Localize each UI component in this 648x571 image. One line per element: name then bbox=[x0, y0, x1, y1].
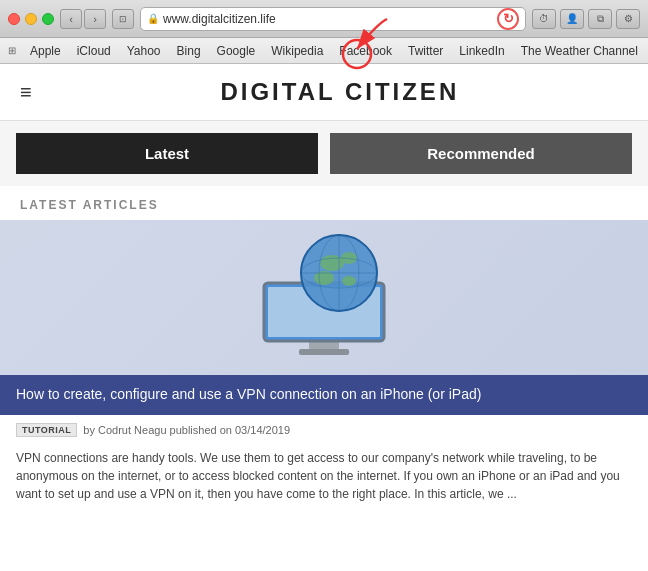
traffic-lights bbox=[8, 13, 54, 25]
bookmark-apple[interactable]: Apple bbox=[22, 44, 69, 58]
bookmark-wikipedia[interactable]: Wikipedia bbox=[263, 44, 331, 58]
bookmark-google[interactable]: Google bbox=[209, 44, 264, 58]
svg-point-10 bbox=[320, 255, 344, 271]
forward-button[interactable]: › bbox=[84, 9, 106, 29]
bookmarks-bar: ⊞ Apple iCloud Yahoo Bing Google Wikiped… bbox=[0, 38, 648, 64]
article-title[interactable]: How to create, configure and use a VPN c… bbox=[0, 375, 648, 415]
website: ≡ DIGITAL CITIZEN Latest Recommended LAT… bbox=[0, 64, 648, 571]
maximize-button[interactable] bbox=[42, 13, 54, 25]
article-meta-text: by Codrut Neagu published on 03/14/2019 bbox=[83, 424, 290, 436]
svg-rect-3 bbox=[299, 349, 349, 355]
grid-icon: ⊞ bbox=[8, 45, 16, 56]
back-button[interactable]: ‹ bbox=[60, 9, 82, 29]
settings-button[interactable]: ⚙ bbox=[616, 9, 640, 29]
svg-point-13 bbox=[342, 276, 356, 286]
bookmark-yahoo[interactable]: Yahoo bbox=[119, 44, 169, 58]
article-excerpt: VPN connections are handy tools. We use … bbox=[0, 445, 648, 511]
toolbar-icons: ⏱ 👤 ⧉ ⚙ bbox=[532, 9, 640, 29]
tutorial-badge: TUTORIAL bbox=[16, 423, 77, 437]
bookmark-weather[interactable]: The Weather Channel bbox=[513, 44, 646, 58]
tab-navigation: Latest Recommended bbox=[0, 121, 648, 186]
user-button[interactable]: 👤 bbox=[560, 9, 584, 29]
title-bar: ‹ › ⊡ 🔒 www.digitalcitizen.life ↻ ⏱ 👤 ⧉ … bbox=[0, 0, 648, 38]
tab-recommended[interactable]: Recommended bbox=[330, 133, 632, 174]
bookmark-icloud[interactable]: iCloud bbox=[69, 44, 119, 58]
address-bar[interactable]: 🔒 www.digitalcitizen.life ↻ bbox=[140, 7, 526, 31]
nav-buttons: ‹ › bbox=[60, 9, 106, 29]
bookmark-facebook[interactable]: Facebook bbox=[331, 44, 400, 58]
close-button[interactable] bbox=[8, 13, 20, 25]
tab-overview-button[interactable]: ⊡ bbox=[112, 9, 134, 29]
article-card: LATEST ARTICLES bbox=[0, 186, 648, 511]
minimize-button[interactable] bbox=[25, 13, 37, 25]
history-button[interactable]: ⏱ bbox=[532, 9, 556, 29]
lock-icon: 🔒 bbox=[147, 13, 159, 24]
site-title: DIGITAL CITIZEN bbox=[52, 78, 628, 106]
window-button[interactable]: ⧉ bbox=[588, 9, 612, 29]
section-label: LATEST ARTICLES bbox=[0, 186, 648, 220]
reload-button[interactable]: ↻ bbox=[497, 8, 519, 30]
site-header: ≡ DIGITAL CITIZEN bbox=[0, 64, 648, 121]
tab-latest[interactable]: Latest bbox=[16, 133, 318, 174]
article-illustration bbox=[224, 223, 424, 373]
url-text: www.digitalcitizen.life bbox=[163, 12, 493, 26]
bookmark-bing[interactable]: Bing bbox=[169, 44, 209, 58]
page-content: ≡ DIGITAL CITIZEN Latest Recommended LAT… bbox=[0, 64, 648, 571]
article-image bbox=[0, 220, 648, 375]
menu-icon[interactable]: ≡ bbox=[20, 81, 32, 104]
bookmark-twitter[interactable]: Twitter bbox=[400, 44, 451, 58]
bookmark-linkedin[interactable]: LinkedIn bbox=[451, 44, 512, 58]
article-meta: TUTORIAL by Codrut Neagu published on 03… bbox=[0, 415, 648, 445]
